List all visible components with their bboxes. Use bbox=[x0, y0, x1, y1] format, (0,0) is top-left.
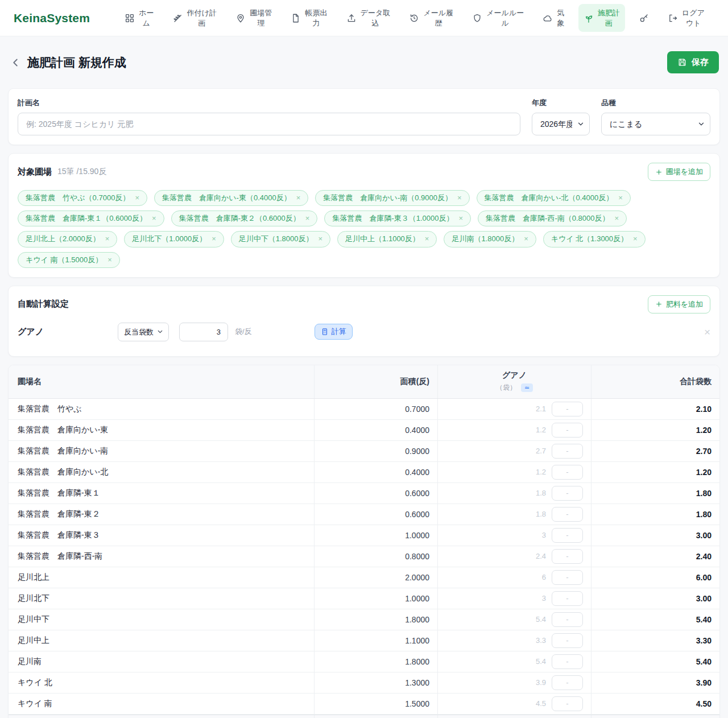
calc-button[interactable]: 計算 bbox=[315, 324, 353, 340]
bags-per-tan-input[interactable] bbox=[179, 323, 228, 341]
field-tag-label: 集落営農 倉庫向かい-南（0.9000反） bbox=[323, 193, 452, 203]
remove-tag-icon[interactable]: × bbox=[105, 234, 110, 244]
row-guano-auto: 2.1 bbox=[438, 405, 546, 413]
variety-label: 品種 bbox=[601, 98, 710, 108]
remove-fertilizer-button[interactable]: × bbox=[704, 327, 710, 337]
auto-calc-card: 自動計算設定 肥料を追加 グアノ 反当袋数 袋/反 bbox=[8, 286, 720, 357]
row-total-bags: 3.00 bbox=[591, 588, 720, 609]
remove-tag-icon[interactable]: × bbox=[458, 213, 463, 224]
nav-item-data-import[interactable]: データ取 込 bbox=[341, 4, 396, 32]
table-row: キウイ 南1.50004.54.50 bbox=[9, 694, 719, 715]
row-guano-input[interactable] bbox=[552, 570, 583, 585]
field-tag: キウイ 北（1.3000反）× bbox=[543, 231, 646, 247]
row-guano-input[interactable] bbox=[552, 507, 583, 522]
remove-tag-icon[interactable]: × bbox=[524, 234, 528, 244]
row-guano-auto: 1.2 bbox=[438, 468, 546, 476]
variety-select[interactable]: にこまる bbox=[601, 113, 710, 135]
row-guano-cell: 2.1 bbox=[437, 399, 591, 419]
row-guano-cell: 3.9 bbox=[437, 672, 591, 693]
remove-tag-icon[interactable]: × bbox=[296, 193, 301, 203]
nav-items: ホー ム作付け計 画圃場管 理帳票出 力データ取 込メール履 歴メールルー ル気… bbox=[119, 4, 714, 32]
remove-tag-icon[interactable]: × bbox=[107, 255, 112, 265]
remove-tag-icon[interactable]: × bbox=[305, 213, 310, 224]
add-fertilizer-button[interactable]: 肥料を追加 bbox=[648, 295, 710, 313]
row-guano-input[interactable] bbox=[552, 675, 583, 690]
approx-badge[interactable]: ≃ bbox=[521, 383, 533, 392]
row-guano-input[interactable] bbox=[552, 591, 583, 606]
nav-item-key[interactable] bbox=[634, 9, 654, 27]
year-select[interactable]: 2026年度 bbox=[532, 113, 590, 135]
row-guano-input[interactable] bbox=[552, 423, 583, 438]
remove-tag-icon[interactable]: × bbox=[212, 234, 216, 244]
save-button[interactable]: 保存 bbox=[667, 51, 719, 73]
row-guano-auto: 3.9 bbox=[438, 678, 546, 687]
row-guano-cell: 3 bbox=[437, 525, 591, 546]
field-tag: 集落営農 竹やぶ（0.7000反）× bbox=[18, 190, 147, 206]
remove-tag-icon[interactable]: × bbox=[457, 193, 462, 203]
target-fields-card: 対象圃場 15筆 /15.90反 圃場を追加 集落営農 竹やぶ（0.7000反）… bbox=[8, 153, 720, 278]
col-guano: グアノ （袋） ≃ bbox=[437, 365, 591, 398]
table-body: 集落営農 竹やぶ0.70002.12.10集落営農 倉庫向かい-東0.40001… bbox=[9, 399, 719, 715]
table-row: 集落営農 竹やぶ0.70002.12.10 bbox=[9, 399, 719, 420]
save-button-label: 保存 bbox=[692, 57, 709, 68]
nav-item-home[interactable]: ホー ム bbox=[119, 4, 159, 32]
year-label: 年度 bbox=[532, 98, 590, 108]
row-area: 1.5000 bbox=[314, 694, 437, 714]
row-guano-input[interactable] bbox=[552, 633, 583, 648]
main-content: 施肥計画 新規作成 保存 計画名 年度 2026年度 bbox=[0, 51, 728, 718]
calc-mode-select[interactable]: 反当袋数 bbox=[118, 323, 169, 341]
nav-item-mail-history[interactable]: メール履 歴 bbox=[404, 4, 458, 32]
row-guano-input[interactable] bbox=[552, 549, 583, 564]
row-guano-cell: 5.4 bbox=[437, 651, 591, 672]
field-tag-label: 集落営農 倉庫隣-西-南（0.8000反） bbox=[486, 213, 609, 224]
row-guano-input[interactable] bbox=[552, 486, 583, 501]
logout-icon bbox=[668, 13, 678, 23]
nav-item-planting-plan[interactable]: 作付け計 画 bbox=[168, 4, 222, 32]
row-total-bags: 1.80 bbox=[591, 504, 720, 525]
row-guano-input[interactable] bbox=[552, 402, 583, 416]
row-guano-auto: 5.4 bbox=[438, 657, 546, 666]
row-guano-input[interactable] bbox=[552, 696, 583, 711]
nav-item-weather[interactable]: 気 象 bbox=[537, 4, 569, 32]
nav-item-fertilization-plan[interactable]: 施肥計 画 bbox=[578, 4, 625, 32]
total-label: 合計 bbox=[9, 715, 314, 718]
field-tag: 集落営農 倉庫向かい-北（0.4000反）× bbox=[477, 190, 631, 206]
add-field-button[interactable]: 圃場を追加 bbox=[648, 163, 710, 181]
nav-item-field-management[interactable]: 圃場管 理 bbox=[230, 4, 277, 32]
row-guano-input[interactable] bbox=[552, 444, 583, 459]
row-area: 0.9000 bbox=[314, 441, 437, 461]
nav-item-mail-rules[interactable]: メールルー ル bbox=[467, 4, 529, 32]
remove-tag-icon[interactable]: × bbox=[633, 234, 638, 244]
row-guano-cell: 6 bbox=[437, 567, 591, 588]
row-total-bags: 1.20 bbox=[591, 420, 720, 440]
remove-tag-icon[interactable]: × bbox=[614, 213, 619, 224]
nav-item-logout[interactable]: ログア ウト bbox=[663, 4, 710, 32]
row-area: 0.4000 bbox=[314, 420, 437, 440]
remove-tag-icon[interactable]: × bbox=[318, 234, 322, 244]
row-area: 1.3000 bbox=[314, 672, 437, 693]
target-fields-summary: 15筆 /15.90反 bbox=[57, 167, 106, 177]
row-guano-input[interactable] bbox=[552, 528, 583, 543]
plan-name-input[interactable] bbox=[18, 113, 520, 135]
remove-tag-icon[interactable]: × bbox=[152, 213, 156, 224]
nav-item-report-output[interactable]: 帳票出 力 bbox=[286, 4, 332, 32]
row-guano-input[interactable] bbox=[552, 612, 583, 627]
cloud-icon bbox=[543, 13, 553, 23]
app-logo[interactable]: KeinaSystem bbox=[14, 11, 90, 25]
row-area: 0.7000 bbox=[314, 399, 437, 419]
table-row: 集落営農 倉庫隣-西-南0.80002.42.40 bbox=[9, 546, 719, 567]
field-tag-label: キウイ 南（1.5000反） bbox=[26, 255, 102, 265]
remove-tag-icon[interactable]: × bbox=[425, 234, 429, 244]
field-tag: 集落営農 倉庫隣-東１（0.6000反）× bbox=[18, 211, 164, 226]
row-guano-cell: 5.4 bbox=[437, 609, 591, 630]
back-button[interactable] bbox=[9, 56, 22, 69]
save-icon bbox=[677, 57, 687, 67]
remove-tag-icon[interactable]: × bbox=[135, 193, 139, 203]
remove-tag-icon[interactable]: × bbox=[618, 193, 623, 203]
fertilizer-name: グアノ bbox=[18, 327, 118, 337]
row-guano-input[interactable] bbox=[552, 465, 583, 480]
add-field-label: 圃場を追加 bbox=[666, 167, 703, 177]
field-tag-label: 集落営農 倉庫向かい-北（0.4000反） bbox=[485, 193, 614, 203]
plus-icon bbox=[655, 300, 663, 308]
row-guano-input[interactable] bbox=[552, 654, 583, 669]
